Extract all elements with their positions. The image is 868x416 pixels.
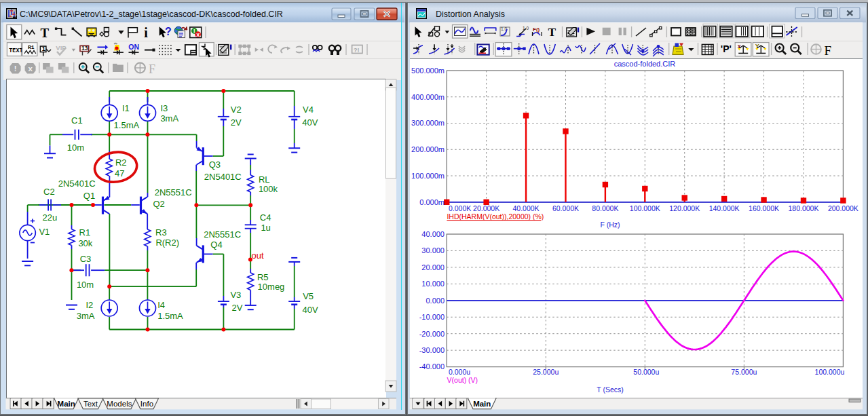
svg-text:R1: R1: [28, 44, 35, 50]
svg-text:I4: I4: [157, 300, 165, 310]
svg-text:C4: C4: [260, 212, 271, 223]
svg-text:Q3: Q3: [209, 159, 221, 170]
svg-text:I3: I3: [160, 103, 168, 113]
svg-text:20.000: 20.000: [421, 263, 445, 271]
svg-text:200.000K: 200.000K: [828, 204, 858, 212]
svg-text:40.000: 40.000: [421, 230, 445, 238]
svg-text:Info: Info: [140, 400, 153, 408]
svg-text:ON: ON: [128, 43, 139, 51]
svg-text:75.000u: 75.000u: [731, 368, 757, 376]
svg-text:100.000m: 100.000m: [411, 172, 445, 180]
svg-text:300.000m: 300.000m: [411, 119, 445, 127]
svg-text:IHD(HARM(V(out)),20000) (%): IHD(HARM(V(out)),20000) (%): [447, 212, 544, 221]
svg-text:13: 13: [81, 45, 88, 52]
svg-text:R5: R5: [257, 272, 269, 282]
svg-text:R1: R1: [79, 227, 91, 238]
svg-text:2V: 2V: [232, 303, 243, 313]
svg-text:T: T: [548, 25, 556, 39]
svg-text:120.000K: 120.000K: [669, 204, 700, 212]
svg-text:400.000m: 400.000m: [411, 93, 445, 101]
svg-text:Text: Text: [83, 400, 98, 408]
svg-text:1.5mA: 1.5mA: [157, 311, 183, 321]
svg-text:?!: ?!: [354, 47, 360, 54]
svg-text:0.000u: 0.000u: [449, 368, 470, 376]
svg-text:2N5401C: 2N5401C: [204, 172, 242, 182]
svg-text:22u: 22u: [43, 212, 58, 223]
svg-text:V(out) (V): V(out) (V): [447, 376, 478, 384]
svg-text:500.000m: 500.000m: [411, 67, 445, 75]
svg-text:160.000K: 160.000K: [749, 204, 779, 212]
svg-text:-20.000: -20.000: [419, 330, 445, 338]
svg-text:1u: 1u: [261, 223, 270, 233]
svg-text:2N5551C: 2N5551C: [155, 187, 192, 197]
svg-text:!: !: [14, 64, 17, 73]
svg-text:100.000u: 100.000u: [815, 368, 845, 376]
svg-text:Q2: Q2: [153, 199, 164, 209]
svg-text:40.000K: 40.000K: [512, 204, 539, 212]
svg-text:-40.000: -40.000: [419, 362, 445, 371]
svg-text:60.000K: 60.000K: [552, 204, 579, 212]
svg-text:2N5551C: 2N5551C: [204, 229, 241, 240]
svg-text:100k: 100k: [259, 184, 278, 194]
svg-text:out: out: [252, 250, 264, 261]
svg-text:Q1: Q1: [83, 191, 95, 201]
svg-text:I1: I1: [122, 103, 130, 113]
svg-text:47: 47: [115, 168, 124, 178]
svg-text:25.000u: 25.000u: [533, 368, 559, 376]
svg-text:-10.000: -10.000: [419, 313, 445, 321]
svg-text:V2: V2: [231, 105, 242, 115]
svg-text:V5: V5: [303, 291, 314, 301]
svg-text:1.5mA: 1.5mA: [114, 120, 140, 130]
svg-text:180.000K: 180.000K: [788, 204, 818, 212]
svg-text:50.000u: 50.000u: [633, 368, 659, 376]
svg-text:0.000: 0.000: [426, 297, 445, 305]
svg-text:F (Hz): F (Hz): [600, 221, 620, 229]
svg-text:T (Secs): T (Secs): [597, 385, 623, 394]
svg-text:3mA: 3mA: [77, 311, 95, 321]
svg-text:Q4: Q4: [210, 240, 222, 250]
svg-text:V1: V1: [39, 227, 50, 237]
svg-text:F: F: [825, 43, 832, 58]
svg-text:RL: RL: [259, 174, 270, 185]
svg-text:R3: R3: [155, 227, 167, 238]
svg-text:'P': 'P': [721, 43, 732, 54]
svg-text:140.000K: 140.000K: [709, 204, 740, 212]
svg-text:Main: Main: [473, 400, 491, 408]
svg-text:200.000m: 200.000m: [411, 145, 445, 153]
svg-text:R(R2): R(R2): [155, 238, 179, 248]
svg-text:0.000m: 0.000m: [419, 198, 445, 206]
svg-text:R2: R2: [115, 157, 127, 168]
svg-text:40V: 40V: [303, 305, 318, 315]
svg-text:?: ?: [165, 26, 172, 37]
svg-text:I2: I2: [86, 300, 94, 310]
svg-text:100.000K: 100.000K: [630, 204, 660, 212]
svg-text:-30.000: -30.000: [419, 346, 445, 354]
svg-text:Main: Main: [58, 400, 75, 408]
svg-text:30k: 30k: [78, 238, 92, 248]
svg-text:2V: 2V: [231, 117, 242, 128]
svg-text:F(): F(): [533, 26, 540, 33]
svg-text:x: x: [196, 31, 200, 38]
svg-text:C2: C2: [43, 187, 55, 197]
svg-text:x: x: [28, 64, 33, 73]
svg-text:2N5401C: 2N5401C: [58, 178, 96, 189]
svg-text:10.000: 10.000: [421, 280, 445, 288]
svg-text:V3: V3: [230, 290, 241, 300]
svg-text:1.0: 1.0: [523, 26, 529, 31]
svg-text:F: F: [149, 62, 155, 76]
svg-text:C1: C1: [71, 115, 83, 126]
svg-text:10m: 10m: [77, 280, 94, 290]
svg-text:1: 1: [42, 45, 45, 52]
svg-text:TEXT: TEXT: [9, 48, 22, 54]
svg-text:80.000K: 80.000K: [592, 204, 618, 212]
svg-text:i: i: [144, 25, 148, 40]
svg-text:Models: Models: [107, 400, 132, 408]
svg-text:10meg: 10meg: [258, 282, 285, 292]
svg-text:3mA: 3mA: [160, 113, 178, 124]
svg-text:cascod-folded.CIR: cascod-folded.CIR: [614, 60, 676, 68]
svg-text:0.000K: 0.000K: [449, 204, 471, 212]
svg-text:C3: C3: [80, 254, 92, 264]
svg-text:30.000: 30.000: [421, 246, 445, 254]
svg-text:T: T: [41, 26, 50, 40]
svg-text:10m: 10m: [67, 143, 84, 153]
